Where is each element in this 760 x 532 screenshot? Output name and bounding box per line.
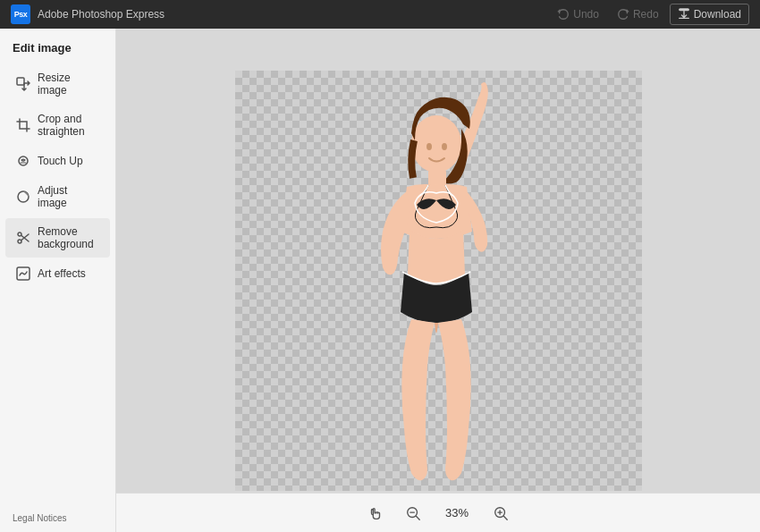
main-layout: Edit image Resize image Crop and straigh…	[0, 29, 760, 532]
sidebar-title: Edit image	[0, 29, 115, 63]
zoom-level: 33%	[439, 506, 475, 519]
undo-button[interactable]: Undo	[550, 4, 606, 24]
touchup-label: Touch Up	[38, 155, 83, 167]
legal-notices[interactable]: Legal Notices	[0, 504, 115, 532]
crop-label: Crop and straighten	[38, 113, 99, 138]
zoom-out-button[interactable]	[401, 502, 425, 525]
remove-bg-label: Remove background	[38, 225, 99, 250]
touchup-icon	[16, 154, 30, 168]
sidebar-item-resize[interactable]: Resize image	[5, 64, 110, 104]
zoom-out-icon	[405, 505, 421, 521]
svg-point-9	[442, 143, 447, 150]
header-right: Undo Redo Download	[550, 4, 749, 25]
resize-label: Resize image	[38, 72, 99, 97]
crop-icon	[16, 118, 30, 132]
resize-icon	[16, 77, 30, 91]
image-canvas	[235, 71, 642, 491]
zoom-in-icon	[493, 505, 509, 521]
person-image	[340, 80, 536, 482]
adjust-icon	[16, 190, 30, 204]
art-icon	[16, 266, 30, 281]
sidebar-item-remove-bg[interactable]: Remove background	[5, 218, 110, 258]
download-label: Download	[694, 8, 741, 21]
redo-button[interactable]: Redo	[610, 4, 666, 24]
sidebar-item-art-effects[interactable]: Art effects	[5, 259, 110, 288]
undo-icon	[557, 8, 570, 21]
hand-icon	[367, 505, 384, 521]
svg-point-8	[426, 143, 432, 150]
sidebar: Edit image Resize image Crop and straigh…	[0, 29, 116, 532]
pan-button[interactable]	[364, 502, 387, 525]
sidebar-item-adjust[interactable]: Adjust image	[5, 177, 110, 216]
svg-rect-10	[428, 169, 446, 187]
art-effects-label: Art effects	[38, 267, 86, 280]
adjust-label: Adjust image	[38, 184, 99, 209]
svg-rect-0	[679, 9, 688, 11]
download-button[interactable]: Download	[670, 4, 749, 25]
app-title: Adobe Photoshop Express	[38, 8, 165, 21]
scissors-icon	[16, 231, 30, 245]
zoom-in-button[interactable]	[489, 502, 512, 525]
bottom-toolbar: 33%	[116, 493, 760, 532]
sidebar-item-crop[interactable]: Crop and straighten	[5, 106, 110, 145]
canvas-area: 33%	[116, 29, 760, 532]
app-header: Psx Adobe Photoshop Express Undo Redo Do…	[0, 0, 760, 29]
header-left: Psx Adobe Photoshop Express	[11, 4, 165, 24]
redo-label: Redo	[633, 8, 659, 21]
download-icon	[678, 8, 690, 21]
redo-icon	[617, 8, 629, 21]
app-logo: Psx	[11, 4, 30, 24]
svg-rect-1	[17, 78, 24, 85]
svg-point-7	[411, 115, 461, 173]
sidebar-item-touchup[interactable]: Touch Up	[5, 147, 110, 175]
undo-label: Undo	[573, 8, 599, 21]
